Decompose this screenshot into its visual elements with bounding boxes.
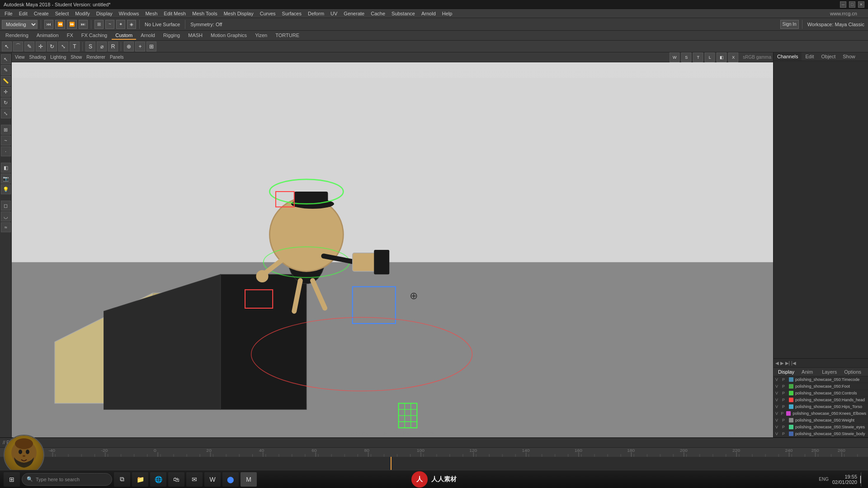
tab-rigging[interactable]: Rigging bbox=[160, 32, 184, 40]
vp-shading-menu[interactable]: Shading bbox=[28, 54, 47, 60]
vp-smooth[interactable]: S bbox=[681, 52, 691, 62]
layer-row-hips[interactable]: V P polishing_showcase_050:Hips_Torso bbox=[774, 404, 868, 410]
menu-edit[interactable]: Edit bbox=[16, 10, 30, 17]
vp-shad[interactable]: ◧ bbox=[717, 52, 726, 62]
taskbar-search[interactable]: 🔍 Type here to search bbox=[22, 473, 112, 486]
vp-light-off[interactable]: L bbox=[705, 52, 715, 62]
last-tool[interactable]: T bbox=[70, 42, 80, 52]
menu-generate[interactable]: Generate bbox=[341, 10, 367, 17]
menu-select[interactable]: Select bbox=[52, 10, 72, 17]
word-btn[interactable]: W bbox=[204, 472, 221, 487]
layers-tab-layers[interactable]: Layers bbox=[819, 369, 840, 375]
side-deform[interactable]: ≈ bbox=[1, 222, 11, 232]
anim-btn1[interactable]: ⏮ bbox=[44, 20, 53, 29]
vp-renderer-menu[interactable]: Renderer bbox=[85, 54, 107, 60]
store-btn[interactable]: 🛍 bbox=[168, 472, 184, 487]
side-point[interactable]: · bbox=[1, 146, 11, 156]
layers-tab-display[interactable]: Display bbox=[775, 369, 797, 375]
snap-point[interactable]: ✦ bbox=[116, 20, 125, 29]
layer-row-knees[interactable]: V P polishing_showcase_050:Knees_Elbows bbox=[774, 410, 868, 417]
menu-cache[interactable]: Cache bbox=[368, 10, 388, 17]
chrome-btn[interactable]: ⬤ bbox=[222, 472, 239, 487]
tab-yizen[interactable]: Yizen bbox=[251, 32, 271, 40]
soft-mod[interactable]: S bbox=[85, 42, 95, 52]
side-camera[interactable]: 📷 bbox=[1, 174, 11, 183]
lasso-tool[interactable]: ⌒ bbox=[13, 42, 23, 52]
rp-tab-show[interactable]: Show bbox=[839, 52, 859, 61]
vp-view-menu[interactable]: View bbox=[14, 54, 26, 60]
vp-lighting-menu[interactable]: Lighting bbox=[49, 54, 67, 60]
redirect[interactable]: R bbox=[108, 42, 118, 52]
menu-create[interactable]: Create bbox=[31, 10, 52, 17]
show-desktop-btn[interactable]: ▏ bbox=[861, 472, 864, 487]
task-view-btn[interactable]: ⧉ bbox=[114, 472, 130, 487]
timeline-ruler[interactable] bbox=[0, 448, 868, 457]
layers-tab-options[interactable]: Options bbox=[841, 369, 864, 375]
edge-btn[interactable]: 🌐 bbox=[150, 472, 166, 487]
mail-btn[interactable]: ✉ bbox=[186, 472, 203, 487]
sculpt[interactable]: ⌀ bbox=[97, 42, 107, 52]
menu-arnold[interactable]: Arnold bbox=[419, 10, 439, 17]
paint-select[interactable]: ✎ bbox=[24, 42, 34, 52]
vp-tex[interactable]: T bbox=[693, 52, 703, 62]
tab-torture[interactable]: TORTURE bbox=[272, 32, 303, 40]
layer-row-timecode[interactable]: V P polishing_showcase_050:Timecode bbox=[774, 376, 868, 383]
anim-btn3[interactable]: ⏩ bbox=[67, 20, 77, 29]
menu-curves[interactable]: Curves bbox=[257, 10, 278, 17]
menu-substance[interactable]: Substance bbox=[389, 10, 418, 17]
vp-panels-menu[interactable]: Panels bbox=[108, 54, 125, 60]
tab-fx[interactable]: FX bbox=[63, 32, 77, 40]
menu-modify[interactable]: Modify bbox=[72, 10, 92, 17]
side-paint[interactable]: ✎ bbox=[1, 65, 11, 75]
rp-tab-channels[interactable]: Channels bbox=[774, 52, 802, 61]
rp-tab-object[interactable]: Object bbox=[817, 52, 839, 61]
layers-arrows[interactable]: ◀ ▶ ▶| |◀ bbox=[775, 361, 796, 366]
side-nurbs[interactable]: ◡ bbox=[1, 211, 11, 221]
rp-tab-edit[interactable]: Edit bbox=[802, 52, 817, 61]
menu-help[interactable]: Help bbox=[439, 10, 455, 17]
side-poly[interactable]: ◻ bbox=[1, 201, 11, 211]
menu-display[interactable]: Display bbox=[94, 10, 115, 17]
layers-tab-help[interactable]: Help bbox=[866, 369, 868, 375]
multi-plus[interactable]: ⊞ bbox=[146, 42, 156, 52]
menu-windows[interactable]: Windows bbox=[116, 10, 142, 17]
side-render[interactable]: ◧ bbox=[1, 163, 11, 173]
maya-taskbar-btn[interactable]: M bbox=[241, 472, 257, 487]
menu-deform[interactable]: Deform bbox=[305, 10, 327, 17]
side-snap[interactable]: ⊞ bbox=[1, 125, 11, 135]
menu-uv[interactable]: UV bbox=[328, 10, 340, 17]
layer-row-hands-head[interactable]: V P polishing_showcase_050:Hands_head bbox=[774, 397, 868, 404]
tab-mash[interactable]: MASH bbox=[184, 32, 206, 40]
move-tool[interactable]: ✛ bbox=[36, 42, 46, 52]
menu-file[interactable]: File bbox=[2, 10, 15, 17]
close-button[interactable]: ✕ bbox=[858, 1, 864, 8]
sign-in-btn[interactable]: Sign In bbox=[780, 20, 799, 29]
layer-row-eyes[interactable]: V P polishing_showcase_050:Stewie_eyes bbox=[774, 424, 868, 431]
side-curve[interactable]: ~ bbox=[1, 136, 11, 145]
tab-motion-graphics[interactable]: Motion Graphics bbox=[207, 32, 250, 40]
select-tool[interactable]: ↖ bbox=[2, 42, 12, 52]
tab-fx-caching[interactable]: FX Caching bbox=[78, 32, 111, 40]
scale-tool[interactable]: ⤡ bbox=[58, 42, 68, 52]
vp-show-menu[interactable]: Show bbox=[69, 54, 83, 60]
show-manip[interactable]: ⊕ bbox=[124, 42, 134, 52]
tab-animation[interactable]: Animation bbox=[33, 32, 62, 40]
start-button[interactable]: ⊞ bbox=[4, 472, 20, 487]
minimize-button[interactable]: ─ bbox=[840, 1, 846, 8]
explorer-btn[interactable]: 📁 bbox=[132, 472, 148, 487]
plus-btn[interactable]: + bbox=[135, 42, 145, 52]
rotate-tool[interactable]: ↻ bbox=[47, 42, 57, 52]
layers-tab-anim[interactable]: Anim bbox=[799, 369, 816, 375]
workspace-dropdown[interactable]: Modeling Rigging Animation bbox=[2, 20, 38, 29]
vp-wireframe[interactable]: W bbox=[670, 52, 679, 62]
side-select[interactable]: ↖ bbox=[1, 54, 11, 64]
layer-row-weight[interactable]: V P polishing_showcase_050:Weight bbox=[774, 417, 868, 424]
side-measure[interactable]: 📏 bbox=[1, 76, 11, 86]
tab-arnold[interactable]: Arnold bbox=[137, 32, 159, 40]
snap-grid[interactable]: ⊞ bbox=[94, 20, 104, 29]
snap-surface[interactable]: ◈ bbox=[127, 20, 136, 29]
layer-row-body[interactable]: V P polishing_showcase_050:Stewie_body bbox=[774, 431, 868, 437]
snap-curve[interactable]: ~ bbox=[105, 20, 114, 29]
side-rotate[interactable]: ↻ bbox=[1, 98, 11, 108]
layer-row-controls[interactable]: V P polishing_showcase_050:Controls bbox=[774, 390, 868, 397]
